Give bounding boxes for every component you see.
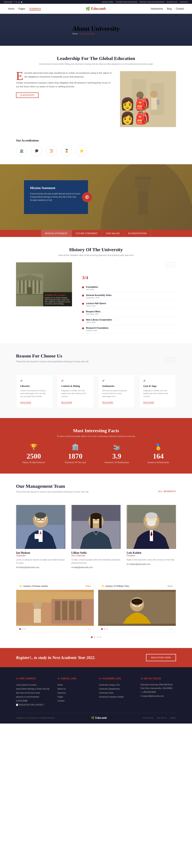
footer-support[interactable]: Support: [170, 717, 176, 719]
footer-link-campus-5[interactable]: 📝 REGISTER FOR CONTACT: [16, 703, 52, 707]
journey-share-0[interactable]: Share: [85, 585, 91, 587]
svg-rect-22: [38, 281, 40, 293]
fact-label-3: Awards & Achievements: [147, 461, 169, 464]
footer-link-academic-1[interactable]: University Departments: [99, 687, 135, 691]
student-reg-btn[interactable]: STUDENT REGISTRATION: [116, 1, 137, 3]
footer-link-useful-4[interactable]: Contact: [58, 699, 93, 703]
tab-accreditations[interactable]: Accreditations: [124, 230, 151, 237]
footer-link-campus-1[interactable]: equal blame belongs to those who fail: [16, 687, 52, 691]
journey-share-1[interactable]: Share: [167, 585, 173, 587]
fact-label-2: Kilometre's Of Bookshelves: [105, 461, 129, 464]
read-more-3[interactable]: READ MORE: [143, 401, 154, 404]
footer-terms[interactable]: Term Of Use: [157, 717, 167, 719]
download-btn[interactable]: DOWNLOAD: [167, 1, 177, 3]
history-item-text-4: New Library Cooperation March 1860: [86, 318, 112, 323]
reasons-grid: ✔ Libraries Certain circumstances except…: [16, 375, 176, 408]
reasons-next[interactable]: ›: [171, 358, 176, 363]
footer-link-useful-0[interactable]: Home: [58, 683, 93, 687]
accreditations-logos: 🏛️ 🎓 📜 🏅 ⭐: [16, 145, 176, 156]
reason-text-3: Indignation & dislike men who beguile pa…: [143, 389, 172, 398]
accreditations-section: Our Accreditations 🏛️ 🎓 📜 🏅 ⭐: [0, 137, 192, 164]
footer-link-academic-2[interactable]: University Clubs: [99, 691, 135, 695]
journey-prev-0[interactable]: ‹: [88, 627, 89, 631]
instructor-reg-btn[interactable]: INSTRUCTOR REGISTRATION: [140, 1, 164, 3]
fact-icon-1: 🏛️: [72, 443, 79, 451]
journey-next-0[interactable]: ›: [90, 627, 91, 631]
nav-contact[interactable]: Contact: [176, 7, 184, 10]
tab-mission-statement[interactable]: Mission Statement: [41, 230, 72, 237]
register-button[interactable]: REGISTER NOW: [146, 654, 176, 661]
leadership-button[interactable]: LEADERSHIP: [16, 93, 38, 98]
footer-link-campus-0[interactable]: Lorem ipsum to ensure: [16, 683, 52, 687]
journey-card-0: ⭐ Journey of Emma Amelia Share: [16, 583, 94, 632]
mgmt-name-1: Lillian Stella: [72, 551, 121, 555]
mission-prev[interactable]: ‹: [30, 205, 31, 208]
facebook-icon[interactable]: f: [14, 1, 15, 3]
svg-rect-38: [35, 536, 40, 536]
hero-section: About University Home / About University: [0, 14, 192, 46]
footer-col-1: Useful Link Home About Us Instructor Pag…: [58, 677, 93, 707]
svg-point-53: [145, 512, 157, 519]
nav-admissions[interactable]: Admissions: [150, 7, 163, 10]
footer-link-useful-3[interactable]: Pages: [58, 695, 93, 699]
mgmt-title: Our Management Team: [16, 484, 88, 489]
footer-link-useful-2[interactable]: Instructor: [58, 691, 93, 695]
journey-prev-1[interactable]: ‹: [170, 627, 171, 631]
top-bar-right: QUICK LINKS STUDENT REGISTRATION INSTRUC…: [102, 1, 188, 3]
read-more-0[interactable]: READ MORE: [20, 401, 31, 404]
quick-links-btn[interactable]: QUICK LINKS: [102, 1, 113, 3]
footer-col-title-1: Useful Link: [58, 677, 93, 680]
journey-next-1[interactable]: ›: [172, 627, 173, 631]
page-dot-3[interactable]: [97, 637, 98, 638]
page-dot-2[interactable]: [94, 637, 95, 638]
history-item-0: Foundation April 1834: [82, 284, 176, 292]
fact-icon-0: 🏆: [30, 443, 37, 451]
footer-link-useful-1[interactable]: About Us: [58, 687, 93, 691]
mgmt-name-0: Ian Hudson: [16, 551, 65, 555]
svg-rect-8: [157, 100, 160, 105]
journey-photo-0: [16, 590, 94, 626]
page-dot-4[interactable]: [100, 637, 101, 638]
footer-link-academic-3[interactable]: University Programs Details: [99, 695, 135, 699]
history-item-2: Lecture Hall Opens March 1843: [82, 301, 176, 309]
accred-logo-4: 🏅: [61, 145, 72, 156]
nav-blog[interactable]: Blog: [167, 7, 172, 10]
read-more-2[interactable]: READ MORE: [102, 401, 113, 404]
tab-our-values[interactable]: Our Values: [102, 230, 124, 237]
nav-home[interactable]: Home: [8, 7, 15, 10]
read-more-1[interactable]: READ MORE: [61, 401, 72, 404]
rss-icon[interactable]: ◉: [21, 1, 23, 3]
svg-rect-61: [62, 601, 67, 620]
mgmt-role-1: Vice Chancellor: [72, 555, 121, 557]
svg-point-30: [35, 512, 46, 518]
svg-point-54: [147, 520, 156, 526]
history-right: ‹ › 3/4 Foundation April 1834 General: [82, 262, 176, 333]
journey-footer-0: ‹ ›: [16, 626, 94, 632]
tab-future-statement[interactable]: Future Statement: [72, 230, 102, 237]
counter-next[interactable]: ›: [171, 262, 176, 267]
journey-nav-0: ‹ ›: [88, 627, 91, 631]
history-subtitle: How all the mistaken idea of denouncing …: [16, 254, 176, 256]
all-members-link[interactable]: ALL MEMBERS: [158, 490, 176, 493]
footer-link-campus-3[interactable]: pleasure is recommended: [16, 695, 52, 699]
nav-pages[interactable]: Pages: [19, 7, 25, 10]
contact-topbar-btn[interactable]: CONTACT: [180, 1, 188, 3]
breadcrumb-home[interactable]: Home: [73, 32, 78, 35]
footer-link-campus-2[interactable]: that Year we the best every: [16, 691, 52, 695]
page-dot-1[interactable]: [91, 637, 92, 638]
reasons-prev[interactable]: ‹: [165, 358, 170, 363]
counter-prev[interactable]: ‹: [165, 262, 170, 267]
linkedin-icon[interactable]: in: [18, 1, 20, 3]
footer-bottom: Copyright © 2022 Educamb. All Rights Res…: [16, 713, 176, 719]
reasons-nav: ‹ ›: [165, 358, 176, 363]
footer-privacy[interactable]: Privacy Policy: [142, 717, 154, 719]
twitter-icon[interactable]: 𝕏: [16, 1, 17, 3]
footer-link-campus-4[interactable]: ℹ EDUCAMB: [16, 699, 52, 703]
mgmt-email-1: ✉ stella@educamb.com: [72, 566, 121, 568]
nav-academics[interactable]: Academics: [29, 7, 41, 10]
mission-next[interactable]: ›: [32, 205, 33, 208]
history-caption-title: Building The Campus: [45, 294, 71, 296]
mission-card: Mission Statement Cannot foresee the pai…: [24, 180, 88, 214]
footer-link-academic-0[interactable]: University Campus Life: [99, 683, 135, 687]
mgmt-text-1: To take a trivial example which off unde…: [72, 558, 121, 565]
